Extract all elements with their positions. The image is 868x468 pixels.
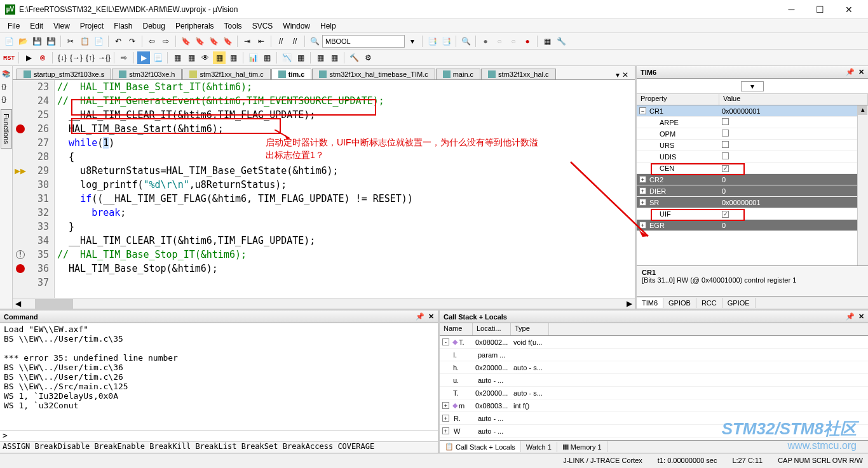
nav-back-icon[interactable]: ⇦: [146, 35, 158, 48]
menu-help[interactable]: Help: [315, 20, 341, 32]
saveall-icon[interactable]: 💾: [44, 35, 57, 48]
editor-scrollbar-h[interactable]: ◀▶: [13, 298, 635, 309]
pin-icon[interactable]: 📌: [416, 312, 424, 321]
periph-tab-TIM6[interactable]: TIM6: [637, 298, 663, 308]
periph-tab-GPIOB[interactable]: GPIOB: [663, 298, 696, 308]
registers-icon[interactable]: ▦: [171, 51, 184, 64]
menu-window[interactable]: Window: [278, 20, 315, 32]
find-next-icon[interactable]: ▾: [406, 35, 419, 48]
bookmark-icon[interactable]: 🔖: [179, 35, 192, 48]
trace-icon[interactable]: ▦: [261, 51, 273, 64]
watch-icon[interactable]: 👁: [199, 51, 212, 64]
find-icon[interactable]: 🔍: [308, 35, 321, 48]
bp-enable-icon[interactable]: ○: [493, 35, 506, 48]
bm-prev-icon[interactable]: 🔖: [193, 35, 206, 48]
file-tab[interactable]: main.c: [436, 69, 480, 79]
callstack-row[interactable]: u.auto - ...: [440, 374, 868, 387]
callstack-row[interactable]: T.0x20000...auto - s...: [440, 387, 868, 399]
maximize-button[interactable]: ☐: [806, 0, 834, 19]
panel-close-icon[interactable]: ✕: [858, 312, 864, 321]
file-tab[interactable]: stm32f1xx_hal_tim.c: [182, 69, 270, 79]
command-input[interactable]: >: [0, 430, 438, 441]
brace-icon[interactable]: {}: [2, 83, 11, 91]
brace2-icon[interactable]: {}: [2, 95, 11, 104]
prop-row-EGR[interactable]: +EGR0: [637, 220, 868, 231]
bp-disable-icon[interactable]: ○: [507, 35, 520, 48]
stop-icon[interactable]: ⊗: [36, 51, 49, 64]
indent-icon[interactable]: ⇥: [241, 35, 254, 48]
nav-fwd-icon[interactable]: ⇨: [159, 35, 172, 48]
menu-tools[interactable]: Tools: [219, 20, 247, 32]
tools1-icon[interactable]: 🔨: [348, 51, 360, 64]
perf-icon[interactable]: ▦: [314, 51, 327, 64]
undo-icon[interactable]: ↶: [112, 35, 125, 48]
minimize-button[interactable]: ─: [777, 0, 806, 19]
callstack-row[interactable]: + Wauto - ...: [440, 425, 868, 438]
bp-insert-icon[interactable]: ●: [479, 35, 492, 48]
cmd-window-icon[interactable]: ▶: [137, 51, 150, 64]
panel-close-icon[interactable]: ✕: [428, 312, 434, 321]
sys-viewer-icon[interactable]: 📉: [280, 51, 293, 64]
prop-scrollbar-v[interactable]: ▴: [857, 105, 868, 265]
disasm-icon[interactable]: 📃: [151, 51, 164, 64]
run-to-icon[interactable]: →{}: [98, 51, 111, 64]
menu-debug[interactable]: Debug: [138, 20, 170, 32]
bm-clear-icon[interactable]: 🔖: [221, 35, 234, 48]
show-statement-icon[interactable]: ⇨: [118, 51, 130, 64]
bottom-tab[interactable]: Watch 1: [521, 442, 557, 452]
prop-row-CEN[interactable]: CEN✓: [637, 163, 868, 174]
menu-project[interactable]: Project: [75, 20, 109, 32]
prop-row-DIER[interactable]: +DIER0: [637, 185, 868, 197]
open-icon[interactable]: 📂: [17, 35, 29, 48]
outdent-icon[interactable]: ⇤: [255, 35, 268, 48]
find-combo[interactable]: [322, 35, 405, 48]
functions-tab[interactable]: Functions: [1, 109, 12, 149]
memory-icon[interactable]: ▦: [213, 51, 226, 64]
bp-killall-icon[interactable]: ●: [521, 35, 534, 48]
callstack-row[interactable]: -◆ T.0x08002...void f(u...: [440, 336, 868, 349]
callstack-grid[interactable]: Name Locati... Type -◆ T.0x08002...void …: [440, 323, 868, 440]
prop-row-ARPE[interactable]: ARPE: [637, 117, 868, 128]
menu-flash[interactable]: Flash: [109, 20, 137, 32]
menu-svcs[interactable]: SVCS: [247, 20, 278, 32]
step-out-icon[interactable]: {↑}: [84, 51, 97, 64]
bm-next-icon[interactable]: 🔖: [207, 35, 220, 48]
tab-menu-icon[interactable]: ▾: [616, 70, 620, 79]
books-icon[interactable]: 📚: [2, 70, 11, 79]
callstack-row[interactable]: h.0x20000...auto - s...: [440, 361, 868, 374]
file-tab[interactable]: tim.c: [271, 69, 312, 79]
menu-edit[interactable]: Edit: [25, 20, 48, 32]
inc-icon[interactable]: 📑: [440, 35, 452, 48]
bottom-tab[interactable]: 📋Call Stack + Locals: [440, 441, 521, 452]
run-icon[interactable]: ▶: [22, 51, 35, 64]
menu-peripherals[interactable]: Peripherals: [170, 20, 219, 32]
callstack-row[interactable]: + R.auto - ...: [440, 412, 868, 425]
command-output[interactable]: Load "EW\\EW.axf" BS \\EW\../User/tim.c\…: [0, 323, 438, 430]
reset-icon[interactable]: RST: [3, 51, 15, 64]
copy-icon[interactable]: 📋: [78, 35, 91, 48]
new-icon[interactable]: 📄: [3, 35, 15, 48]
pin-icon[interactable]: 📌: [846, 312, 855, 321]
prop-row-CR1[interactable]: −CR10x00000001: [637, 105, 868, 117]
comment-icon[interactable]: //: [275, 35, 287, 48]
panel-close-icon[interactable]: ✕: [858, 68, 864, 76]
debug-icon[interactable]: 🔍: [459, 35, 472, 48]
doc-icon[interactable]: 📑: [426, 35, 438, 48]
analyzer-icon[interactable]: 📊: [247, 51, 259, 64]
step-in-icon[interactable]: {↓}: [56, 51, 69, 64]
periph-tab-GPIOE[interactable]: GPIOE: [722, 298, 756, 308]
menu-file[interactable]: File: [3, 20, 25, 32]
pin-icon[interactable]: 📌: [846, 68, 855, 76]
file-tab[interactable]: stm32f103xe.h: [112, 69, 182, 79]
prop-row-UIF[interactable]: UIF✓: [637, 208, 868, 220]
callstack-row[interactable]: I.param ...: [440, 349, 868, 361]
callstack-row[interactable]: +◆ m0x08003...int f(): [440, 399, 868, 412]
callstack-icon[interactable]: ▦: [185, 51, 198, 64]
window-icon[interactable]: ▦: [541, 35, 553, 48]
prop-row-SR[interactable]: +SR0x00000001: [637, 197, 868, 208]
bottom-tab[interactable]: ▦Memory 1: [557, 441, 607, 452]
property-grid[interactable]: Property Value −CR10x00000001ARPEOPMURSU…: [637, 94, 868, 265]
prop-row-UDIS[interactable]: UDIS: [637, 151, 868, 163]
toolbox-icon[interactable]: 🔧: [555, 35, 567, 48]
menu-view[interactable]: View: [48, 20, 75, 32]
